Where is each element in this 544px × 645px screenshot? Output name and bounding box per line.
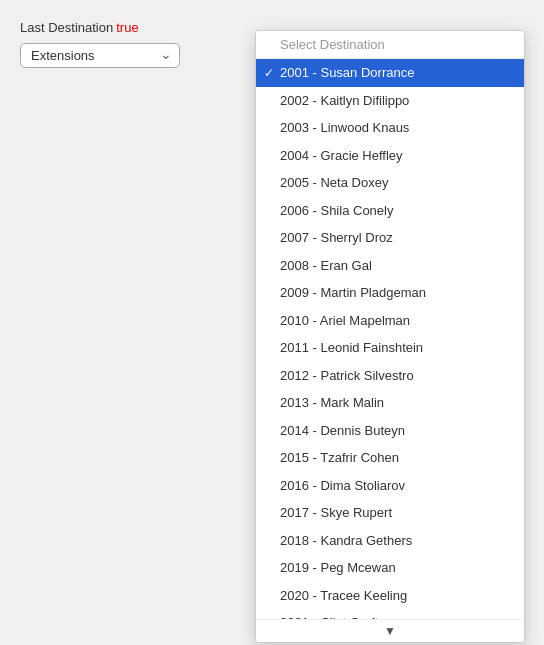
- dropdown-list: 2001 - Susan Dorrance2002 - Kaitlyn Difi…: [256, 59, 524, 619]
- dropdown-item[interactable]: 2009 - Martin Pladgeman: [256, 279, 524, 307]
- dropdown-item[interactable]: 2014 - Dennis Buteyn: [256, 417, 524, 445]
- select-wrapper[interactable]: Extensions: [20, 43, 180, 68]
- chevron-down-icon: ▼: [384, 624, 396, 638]
- dropdown-item[interactable]: 2011 - Leonid Fainshtein: [256, 334, 524, 362]
- dropdown-item[interactable]: 2006 - Shila Conely: [256, 197, 524, 225]
- dropdown-item[interactable]: 2016 - Dima Stoliarov: [256, 472, 524, 500]
- dropdown-item[interactable]: 2013 - Mark Malin: [256, 389, 524, 417]
- dropdown-item[interactable]: 2010 - Ariel Mapelman: [256, 307, 524, 335]
- dropdown-item[interactable]: 2008 - Eran Gal: [256, 252, 524, 280]
- dropdown-item[interactable]: 2003 - Linwood Knaus: [256, 114, 524, 142]
- page-background: Last Destination true Extensions Select …: [0, 0, 544, 645]
- dropdown-item[interactable]: 2002 - Kaitlyn Difilippo: [256, 87, 524, 115]
- dropdown-header: Select Destination: [256, 31, 524, 59]
- dropdown-item[interactable]: 2004 - Gracie Heffley: [256, 142, 524, 170]
- dropdown-item[interactable]: 2005 - Neta Doxey: [256, 169, 524, 197]
- dropdown-item[interactable]: 2007 - Sherryl Droz: [256, 224, 524, 252]
- dropdown-item[interactable]: 2021 - Clint Craft: [256, 609, 524, 619]
- dropdown-item[interactable]: 2001 - Susan Dorrance: [256, 59, 524, 87]
- dropdown-item[interactable]: 2015 - Tzafrir Cohen: [256, 444, 524, 472]
- dropdown-item[interactable]: 2012 - Patrick Silvestro: [256, 362, 524, 390]
- dropdown-item[interactable]: 2018 - Kandra Gethers: [256, 527, 524, 555]
- dropdown-item[interactable]: 2017 - Skye Rupert: [256, 499, 524, 527]
- destination-dropdown[interactable]: Select Destination 2001 - Susan Dorrance…: [255, 30, 525, 643]
- dropdown-item[interactable]: 2020 - Tracee Keeling: [256, 582, 524, 610]
- destination-select[interactable]: Extensions: [20, 43, 180, 68]
- required-indicator: true: [116, 20, 138, 35]
- field-label-text: Last Destination: [20, 20, 113, 35]
- scroll-down-arrow[interactable]: ▼: [256, 619, 524, 642]
- dropdown-item[interactable]: 2019 - Peg Mcewan: [256, 554, 524, 582]
